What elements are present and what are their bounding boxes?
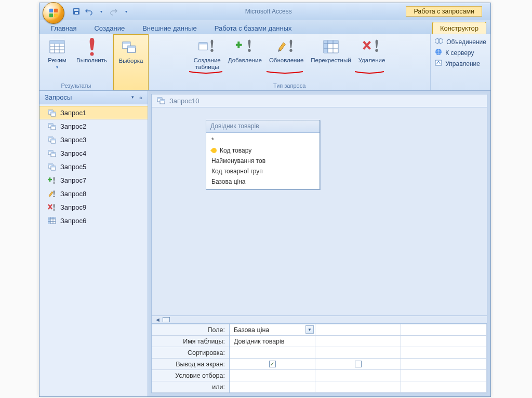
svg-point-56 [54,182,55,184]
grid-label-table: Имя таблицы: [152,336,229,347]
nav-item[interactable]: Запрос4 [39,146,148,160]
field-list[interactable]: Довідник товарів * Код товару Найменуван… [206,120,320,189]
navigation-pane: Запросы ▾ « Запрос1Запрос2Запрос3Запрос4… [39,91,148,396]
field-item[interactable]: Код товарної груп [211,166,314,176]
field-key[interactable]: Код товару [211,145,314,156]
office-button[interactable] [43,2,64,24]
svg-rect-18 [127,46,135,48]
svg-rect-39 [51,112,56,114]
view-label: Режим [48,57,66,64]
nav-item-label: Запрос1 [60,109,86,117]
select-query-label: Выборка [119,58,143,64]
show-cell[interactable] [315,359,401,370]
nav-item[interactable]: Запрос2 [39,119,148,133]
tab-home[interactable]: Главная [44,22,84,34]
pane-splitter[interactable]: ◄ [152,315,487,324]
select-query-button[interactable]: Выборка [115,37,147,65]
or-cell[interactable] [315,381,401,393]
svg-rect-53 [48,164,53,166]
nav-item[interactable]: Запрос1 [39,106,148,119]
update-query-button[interactable]: Обновление [265,36,307,72]
append-icon [235,37,254,56]
criteria-cell[interactable] [230,370,315,381]
nav-item[interactable]: Запрос6 [39,214,148,227]
grid-label-criteria: Условие отбора: [152,370,229,381]
make-table-button[interactable]: Создание таблицы [190,36,224,72]
query-select-icon [48,162,56,171]
update-label: Обновление [269,57,303,64]
qbe-grid: Поле: Имя таблицы: Сортировка: Вывод на … [152,324,487,393]
field-cell[interactable] [401,324,486,336]
checkbox-checked-icon: ✓ [269,361,276,367]
view-button[interactable]: Режим ▾ [42,36,73,71]
crosstab-query-button[interactable]: Перекрестный [307,36,354,72]
table-cell[interactable] [315,336,401,347]
doc-tab-title[interactable]: Запрос10 [169,97,200,105]
qat-customize-icon[interactable]: ▾ [122,7,131,16]
design-surface[interactable]: Довідник товарів * Код товару Найменуван… [152,107,487,315]
delete-icon [363,37,381,56]
grid-label-show: Вывод на экран: [152,359,229,370]
field-item[interactable]: Найменування тов [211,156,314,166]
or-cell[interactable] [230,381,315,393]
criteria-cell[interactable] [401,370,486,381]
redo-icon[interactable] [109,7,118,16]
save-icon[interactable] [72,7,81,16]
nav-item-label: Запрос4 [60,149,86,157]
criteria-cell[interactable] [315,370,401,381]
qat-dropdown-icon[interactable]: ▾ [97,7,106,16]
checkbox-icon [355,361,362,367]
svg-point-22 [248,49,251,52]
nav-item[interactable]: Запрос7 [39,173,148,187]
datadef-label: Управление [445,60,480,67]
field-cell[interactable] [315,324,401,336]
dropdown-icon: ▾ [56,65,58,70]
query-crosstab-icon [48,216,56,225]
make-table-label: Создание таблицы [194,57,221,71]
show-cell[interactable]: ✓ [230,359,315,370]
run-button[interactable]: Выполнить [73,36,111,71]
or-cell[interactable] [401,381,486,393]
show-cell[interactable] [401,359,486,370]
tab-design[interactable]: Конструктор [432,22,486,34]
nav-dropdown-icon[interactable]: ▾ [131,94,134,101]
append-query-button[interactable]: Добавление [224,36,265,72]
undo-icon[interactable] [84,7,94,16]
union-label: Объединение [446,38,486,46]
nav-header-label[interactable]: Запросы [45,93,72,101]
delete-query-button[interactable]: Удаление [355,36,389,72]
passthrough-button[interactable]: К серверу [435,48,486,57]
nav-item[interactable]: Запрос5 [39,160,148,173]
sort-cell[interactable] [315,347,401,359]
svg-rect-47 [51,139,56,141]
union-button[interactable]: Объединение [435,37,486,46]
nav-item[interactable]: Запрос8 [39,187,148,200]
field-cell[interactable]: Базова ціна ▼ [230,324,315,336]
scroll-left-icon[interactable]: ◄ [155,317,161,323]
svg-point-14 [90,52,94,56]
sort-cell[interactable] [401,347,486,359]
dropdown-icon[interactable]: ▼ [305,325,314,334]
datadef-button[interactable]: Управление [435,59,486,68]
field-star[interactable]: * [211,135,314,145]
nav-item-label: Запрос9 [60,203,86,211]
table-cell[interactable]: Довідник товарів [230,336,315,347]
field-item[interactable]: Базова ціна [211,176,314,187]
nav-collapse-icon[interactable]: « [139,94,142,101]
svg-rect-45 [48,137,53,139]
tab-database-tools[interactable]: Работа с базами данных [207,22,299,34]
table-cell[interactable] [401,336,486,347]
query-select-icon [48,108,56,117]
svg-rect-69 [160,100,165,101]
nav-item[interactable]: Запрос9 [39,200,148,214]
field-list-title[interactable]: Довідник товарів [206,120,320,133]
sort-cell[interactable] [230,347,315,359]
splitter-handle-icon[interactable] [163,317,170,322]
svg-rect-49 [48,150,53,152]
tab-external-data[interactable]: Внешние данные [135,22,204,34]
tab-create[interactable]: Создание [87,22,132,34]
nav-item[interactable]: Запрос3 [39,133,148,146]
nav-item-label: Запрос8 [60,190,86,198]
svg-rect-5 [74,9,78,11]
datadef-icon [435,59,442,68]
